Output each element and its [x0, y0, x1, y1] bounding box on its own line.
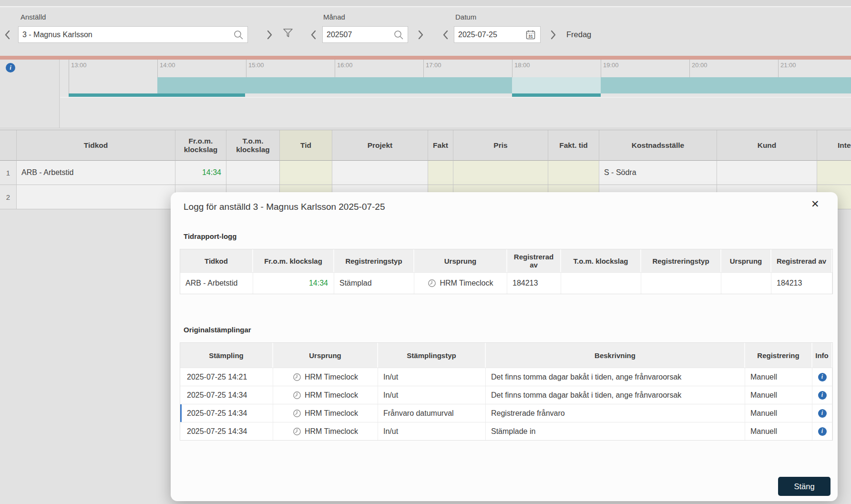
log-col-registrerad-av: Registrerad av — [507, 249, 561, 272]
col-header-fakt-tid: Fakt. tid — [548, 130, 599, 161]
employee-next-button[interactable] — [265, 29, 274, 41]
stamp-ursprung-text: HRM Timeclock — [305, 427, 358, 436]
original-stamps-table: Stämpling Ursprung Stämplingstyp Beskriv… — [180, 342, 833, 441]
log-col-tidkod: Tidkod — [180, 249, 253, 272]
timeline-labels-column: i Schema Registrerad tid — [0, 60, 60, 128]
hour-tick-label: 15:00 — [248, 62, 264, 69]
cell-kostnadsstalle[interactable]: S - Södra — [599, 161, 717, 185]
cell-fakt-tid[interactable] — [548, 161, 599, 185]
chevron-left-icon — [309, 29, 318, 41]
hour-tick-label: 21:00 — [780, 62, 796, 69]
stamp-col-stampling: Stämpling — [180, 343, 273, 368]
cell-tid[interactable] — [280, 161, 332, 185]
cell-tidkod[interactable]: ARB - Arbetstid — [17, 161, 175, 185]
stamp-cell-info: i — [812, 422, 832, 440]
original-stamps-heading: Originalstämplingar — [184, 326, 251, 334]
log-cell-registrerad-av-2: 184213 — [771, 272, 832, 294]
row-number[interactable]: 1 — [0, 161, 17, 185]
hour-tick-label: 20:00 — [692, 62, 707, 69]
info-icon[interactable]: i — [6, 63, 15, 72]
stamp-stampling-text: 2025-07-25 14:34 — [187, 409, 247, 418]
info-icon[interactable]: i — [818, 391, 827, 400]
chevron-right-icon — [265, 29, 274, 41]
stamp-col-registrering: Registrering — [745, 343, 812, 368]
stamp-col-stamplingstyp: Stämplingstyp — [378, 343, 486, 368]
date-next-button[interactable] — [548, 29, 558, 41]
selected-row-indicator — [180, 404, 182, 422]
log-col-from: Fr.o.m. klockslag — [253, 249, 334, 272]
filter-icon[interactable] — [282, 27, 294, 40]
month-next-button[interactable] — [416, 29, 425, 41]
schedule-pale-block — [512, 77, 601, 93]
hour-tick — [69, 60, 69, 93]
employee-prev-button[interactable] — [3, 29, 12, 41]
stamp-cell-ursprung: HRM Timeclock — [273, 422, 378, 440]
hour-tick-label: 19:00 — [603, 62, 619, 69]
schedule-block — [157, 77, 851, 93]
log-col-registreringstyp-2: Registreringstyp — [641, 249, 721, 272]
stamp-cell-info: i — [812, 386, 832, 404]
employee-input[interactable]: 3 - Magnus Karlsson — [18, 26, 248, 43]
dialog-title: Logg för anställd 3 - Magnus Karlsson 20… — [184, 202, 385, 212]
cell-fakt[interactable] — [428, 161, 453, 185]
cell-kund[interactable] — [717, 161, 817, 185]
log-cell-tidkod: ARB - Arbetstid — [180, 272, 253, 294]
calendar-day-text: 31 — [528, 33, 533, 38]
log-dialog: Logg för anställd 3 - Magnus Karlsson 20… — [171, 192, 838, 501]
close-button[interactable]: Stäng — [778, 477, 830, 496]
clock-icon — [293, 427, 301, 436]
col-header-from: Fr.o.m. klockslag — [175, 130, 226, 161]
info-icon[interactable]: i — [818, 373, 827, 381]
clock-icon — [428, 279, 436, 288]
col-header-pris: Pris — [453, 130, 548, 161]
chevron-right-icon — [548, 29, 558, 41]
stamp-cell-beskrivning: Det finns tomma dagar bakåt i tiden, ang… — [486, 386, 745, 404]
col-header-tom: T.o.m. klockslag — [226, 130, 280, 161]
col-header-kostnadsstalle: Kostnadsställe — [599, 130, 717, 161]
stamp-cell-stampling: 2025-07-25 14:34 — [180, 386, 273, 404]
employee-value: 3 - Magnus Karlsson — [22, 31, 233, 39]
date-input[interactable]: 2025-07-25 31 — [454, 26, 541, 43]
log-cell-from: 14:34 — [253, 272, 334, 294]
log-cell-ursprung-2 — [721, 272, 771, 294]
cell-projekt[interactable] — [332, 161, 428, 185]
cell-from-time[interactable]: 14:34 — [175, 161, 226, 185]
info-icon[interactable]: i — [818, 427, 827, 436]
col-header-kund: Kund — [717, 130, 817, 161]
info-icon[interactable]: i — [818, 409, 827, 418]
month-prev-button[interactable] — [309, 29, 318, 41]
row-number[interactable]: 2 — [0, 185, 17, 209]
col-header-intern: Inte — [817, 130, 851, 161]
chevron-left-icon — [3, 29, 12, 41]
stamp-cell-typ: In/ut — [378, 422, 486, 440]
log-cell-tom — [561, 272, 641, 294]
close-icon[interactable]: ✕ — [811, 198, 820, 210]
cell-tidkod[interactable] — [17, 185, 175, 209]
stamp-cell-registrering: Manuell — [745, 368, 812, 386]
search-icon[interactable] — [233, 30, 244, 40]
col-header-fakt: Fakt — [428, 130, 453, 161]
stamp-cell-info: i — [812, 404, 832, 422]
cell-tom-time[interactable] — [226, 161, 280, 185]
stamp-col-beskrivning: Beskrivning — [486, 343, 745, 368]
cell-intern[interactable] — [817, 161, 851, 185]
search-icon[interactable] — [393, 30, 404, 40]
tidrapport-log-table: Tidkod Fr.o.m. klockslag Registreringsty… — [180, 249, 833, 294]
date-prev-button[interactable] — [441, 29, 451, 41]
stamp-cell-stampling: 2025-07-25 14:21 — [180, 368, 273, 386]
clock-icon — [293, 391, 301, 400]
log-col-registrerad-av-2: Registrerad av — [771, 249, 832, 272]
log-ursprung-text: HRM Timeclock — [440, 279, 493, 288]
log-cell-registreringstyp: Stämplad — [334, 272, 414, 294]
tidrapport-log-heading: Tidrapport-logg — [184, 232, 236, 240]
log-cell-registrerad-av: 184213 — [507, 272, 561, 294]
calendar-icon[interactable]: 31 — [525, 29, 536, 41]
hour-tick-label: 14:00 — [160, 62, 175, 69]
date-label: Datum — [455, 13, 476, 21]
month-input[interactable]: 202507 — [322, 26, 408, 43]
hour-tick-label: 16:00 — [337, 62, 353, 69]
cell-pris[interactable] — [453, 161, 548, 185]
clock-icon — [293, 409, 301, 418]
stamp-cell-ursprung: HRM Timeclock — [273, 386, 378, 404]
stamp-cell-stampling: 2025-07-25 14:34 — [180, 404, 273, 422]
